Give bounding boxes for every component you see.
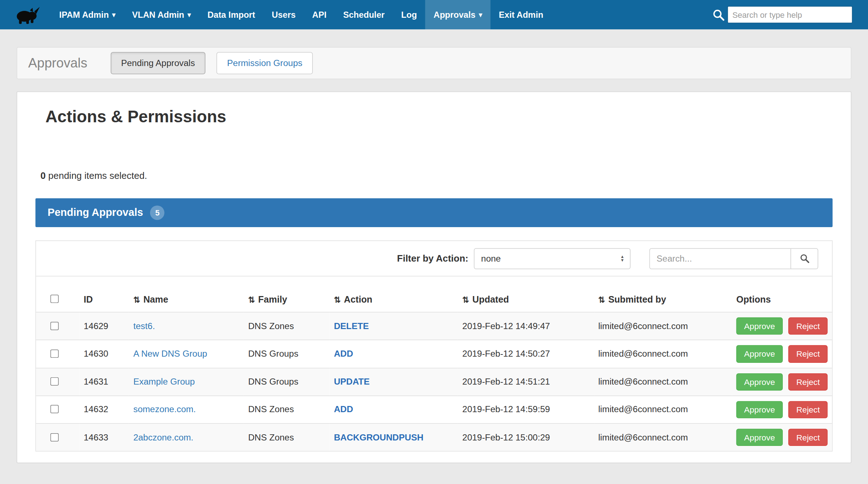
- approve-button[interactable]: Approve: [736, 401, 783, 418]
- header-label: Submitted by: [608, 294, 666, 304]
- action-link[interactable]: BACKGROUNDPUSH: [334, 432, 423, 442]
- reject-button[interactable]: Reject: [789, 345, 828, 363]
- action-link[interactable]: DELETE: [334, 321, 369, 331]
- page-title: Approvals: [28, 56, 87, 71]
- table-search-input[interactable]: [649, 248, 790, 269]
- nav-menu: IPAM Admin ▾ VLAN Admin ▾ Data Import Us…: [51, 0, 551, 29]
- name-link[interactable]: test6.: [133, 321, 155, 331]
- header-options: Options: [732, 287, 832, 312]
- row-checkbox[interactable]: [50, 433, 59, 441]
- cell-id: 14629: [79, 312, 129, 340]
- cell-id: 14630: [79, 340, 129, 368]
- selected-count-line: 0 pending items selected.: [40, 171, 832, 182]
- nav-item-data-import[interactable]: Data Import: [199, 0, 263, 29]
- row-checkbox[interactable]: [50, 405, 59, 414]
- chevron-down-icon: ▾: [112, 11, 115, 19]
- pending-approvals-header: Pending Approvals 5: [36, 198, 833, 227]
- search-icon[interactable]: [712, 8, 725, 21]
- nav-item-exit-admin[interactable]: Exit Admin: [491, 0, 552, 29]
- sort-icon: ⇅: [334, 295, 341, 304]
- nav-item-approvals[interactable]: Approvals ▾: [425, 0, 491, 29]
- header-name[interactable]: ⇅Name: [129, 287, 244, 312]
- cell-submitted-by: limited@6connect.com: [594, 368, 732, 396]
- row-checkbox[interactable]: [50, 321, 59, 330]
- table-row: 14631 Example Group DNS Groups UPDATE 20…: [36, 368, 832, 396]
- reject-button[interactable]: Reject: [789, 401, 828, 418]
- cell-updated: 2019-Feb-12 14:49:47: [458, 312, 594, 340]
- grid-toolbar: Filter by Action: none ▲▼: [36, 241, 832, 276]
- select-all-cell: [36, 287, 79, 312]
- name-link[interactable]: somezone.com.: [133, 405, 196, 414]
- chevron-down-icon: ▾: [187, 11, 191, 19]
- global-search-input[interactable]: [727, 6, 852, 23]
- cell-updated: 2019-Feb-12 14:51:21: [458, 368, 594, 396]
- rhino-logo-icon[interactable]: [10, 0, 44, 29]
- action-filter-select[interactable]: none ▲▼: [474, 248, 631, 269]
- nav-item-label: VLAN Admin: [132, 10, 184, 20]
- nav-item-label: Exit Admin: [499, 10, 543, 20]
- cell-family: DNS Zones: [244, 423, 329, 451]
- table-row: 14633 2abczone.com. DNS Zones BACKGROUND…: [36, 423, 832, 451]
- nav-item-api[interactable]: API: [304, 0, 335, 29]
- name-link[interactable]: A New DNS Group: [133, 349, 207, 358]
- action-link[interactable]: UPDATE: [334, 377, 370, 386]
- cell-id: 14631: [79, 368, 129, 396]
- nav-item-vlan-admin[interactable]: VLAN Admin ▾: [124, 0, 199, 29]
- cell-id: 14633: [79, 423, 129, 451]
- nav-item-scheduler[interactable]: Scheduler: [335, 0, 393, 29]
- table-row: 14629 test6. DNS Zones DELETE 2019-Feb-1…: [36, 312, 832, 340]
- row-checkbox[interactable]: [50, 349, 59, 358]
- page: IPAM Admin ▾ VLAN Admin ▾ Data Import Us…: [0, 0, 868, 484]
- name-link[interactable]: Example Group: [133, 377, 195, 386]
- tab-pending-approvals[interactable]: Pending Approvals: [111, 52, 206, 74]
- selected-text: pending items selected.: [46, 171, 147, 181]
- approve-button[interactable]: Approve: [736, 317, 783, 335]
- nav-item-label: Log: [401, 10, 417, 20]
- select-all-checkbox[interactable]: [50, 295, 59, 303]
- reject-button[interactable]: Reject: [789, 373, 828, 390]
- action-filter-value: none: [481, 254, 501, 263]
- header-action[interactable]: ⇅Action: [330, 287, 458, 312]
- header-label: Action: [344, 294, 372, 304]
- actions-permissions-panel: Actions & Permissions 0 pending items se…: [17, 91, 851, 463]
- nav-item-label: IPAM Admin: [59, 10, 109, 20]
- header-label: Updated: [472, 294, 509, 304]
- cell-submitted-by: limited@6connect.com: [594, 312, 732, 340]
- search-icon: [799, 253, 810, 264]
- nav-item-users[interactable]: Users: [264, 0, 304, 29]
- approve-button[interactable]: Approve: [736, 373, 783, 390]
- subheader-wrap: Approvals Pending Approvals Permission G…: [0, 29, 868, 79]
- cell-family: DNS Zones: [244, 396, 329, 424]
- nav-search-area: [712, 6, 852, 23]
- header-updated[interactable]: ⇅Updated: [458, 287, 594, 312]
- nav-item-log[interactable]: Log: [393, 0, 425, 29]
- action-link[interactable]: ADD: [334, 405, 353, 414]
- header-id: ID: [79, 287, 129, 312]
- nav-item-label: Data Import: [207, 10, 255, 20]
- section-title: Actions & Permissions: [36, 92, 833, 126]
- reject-button[interactable]: Reject: [789, 317, 828, 335]
- approve-button[interactable]: Approve: [736, 345, 783, 363]
- header-label: ID: [84, 294, 93, 304]
- approvals-subheader: Approvals Pending Approvals Permission G…: [17, 47, 851, 79]
- cell-submitted-by: limited@6connect.com: [594, 396, 732, 424]
- main-wrap: Actions & Permissions 0 pending items se…: [0, 79, 868, 463]
- nav-item-ipam-admin[interactable]: IPAM Admin ▾: [51, 0, 124, 29]
- header-submitted-by[interactable]: ⇅Submitted by: [594, 287, 732, 312]
- pending-approvals-title: Pending Approvals: [47, 206, 143, 219]
- cell-family: DNS Groups: [244, 368, 329, 396]
- header-family[interactable]: ⇅Family: [244, 287, 329, 312]
- cell-updated: 2019-Feb-12 14:59:59: [458, 396, 594, 424]
- filter-by-action-label: Filter by Action:: [397, 253, 468, 264]
- selected-count: 0: [40, 171, 45, 181]
- name-link[interactable]: 2abczone.com.: [133, 432, 194, 442]
- cell-submitted-by: limited@6connect.com: [594, 340, 732, 368]
- table-search-group: [649, 248, 818, 269]
- approvals-grid-panel: Filter by Action: none ▲▼: [36, 241, 833, 452]
- row-checkbox[interactable]: [50, 377, 59, 386]
- table-search-button[interactable]: [790, 248, 818, 269]
- action-link[interactable]: ADD: [334, 349, 353, 358]
- tab-permission-groups[interactable]: Permission Groups: [216, 52, 313, 74]
- approve-button[interactable]: Approve: [736, 429, 783, 446]
- reject-button[interactable]: Reject: [789, 429, 828, 446]
